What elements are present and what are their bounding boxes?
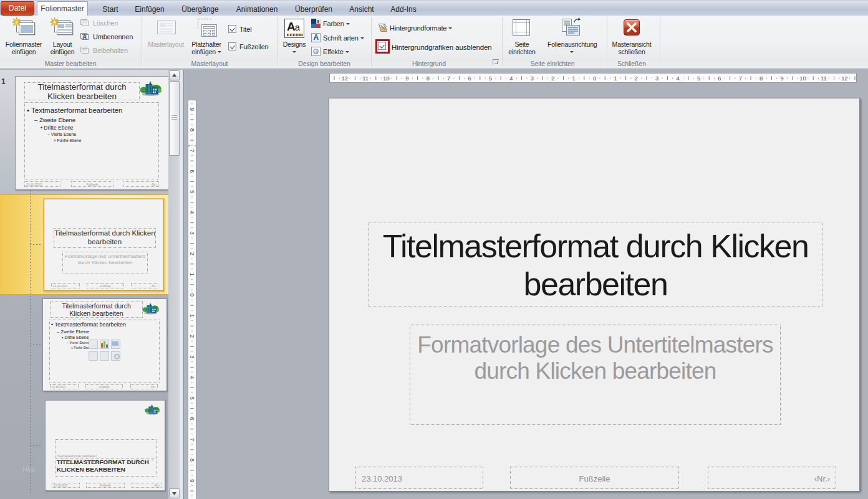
svg-text:2: 2 [551, 75, 554, 82]
svg-text:4: 4 [677, 75, 680, 82]
svg-text:9: 9 [781, 75, 784, 82]
svg-text:10: 10 [799, 75, 806, 82]
svg-text:1: 1 [189, 314, 196, 317]
svg-text:8: 8 [427, 75, 430, 82]
svg-text:8: 8 [189, 128, 196, 131]
svg-text:6: 6 [189, 169, 196, 173]
svg-text:5: 5 [189, 396, 196, 399]
svg-text:0: 0 [189, 293, 196, 297]
svg-text:1: 1 [614, 75, 617, 82]
svg-text:6: 6 [468, 75, 471, 82]
svg-text:3: 3 [189, 231, 196, 234]
svg-text:9: 9 [189, 479, 196, 482]
svg-text:10: 10 [383, 75, 389, 82]
svg-text:7: 7 [189, 149, 196, 152]
svg-text:11: 11 [362, 75, 369, 82]
svg-text:12: 12 [342, 75, 348, 82]
svg-text:1: 1 [572, 75, 576, 82]
svg-text:8: 8 [189, 459, 196, 462]
svg-text:3: 3 [655, 75, 658, 82]
svg-text:11: 11 [821, 75, 827, 82]
svg-text:9: 9 [405, 75, 408, 82]
svg-text:4: 4 [189, 211, 196, 214]
svg-text:5: 5 [697, 75, 700, 82]
svg-text:9: 9 [189, 108, 196, 111]
svg-text:1: 1 [189, 273, 196, 276]
svg-text:8: 8 [760, 75, 763, 82]
svg-text:7: 7 [739, 75, 742, 82]
svg-text:5: 5 [489, 75, 492, 82]
svg-text:7: 7 [447, 75, 450, 82]
svg-text:3: 3 [189, 355, 196, 358]
svg-text:2: 2 [189, 335, 196, 338]
svg-text:2: 2 [635, 75, 638, 82]
svg-text:6: 6 [718, 75, 721, 82]
svg-text:5: 5 [189, 190, 196, 193]
svg-text:0: 0 [593, 75, 596, 82]
svg-text:12: 12 [841, 75, 847, 82]
svg-text:4: 4 [189, 376, 196, 379]
svg-text:4: 4 [509, 75, 513, 82]
svg-text:7: 7 [189, 438, 196, 441]
svg-text:6: 6 [189, 417, 196, 421]
svg-text:2: 2 [189, 252, 196, 255]
svg-text:3: 3 [531, 75, 534, 82]
